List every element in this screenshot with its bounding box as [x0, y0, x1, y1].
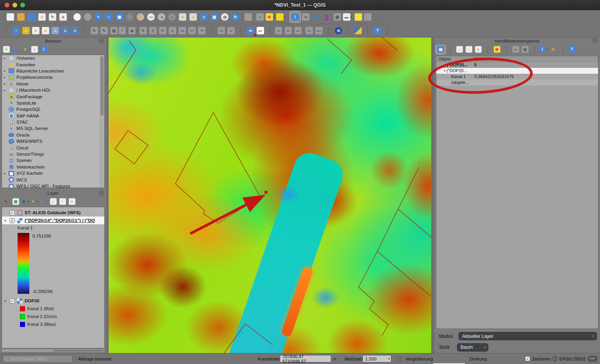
open-layer-styling-icon[interactable]: ✎ — [2, 197, 11, 206]
new-print-layout-icon[interactable]: ★ — [37, 12, 47, 22]
copy-features-icon[interactable]: ▱ — [168, 26, 177, 36]
identify-mode-icon[interactable]: i — [539, 45, 548, 54]
crs-globe-icon[interactable] — [552, 356, 557, 361]
form-view-icon[interactable]: ▤ — [436, 45, 445, 54]
modus-select[interactable]: Aktueller Layer ▾ — [459, 332, 597, 340]
undo-icon[interactable]: ↩ — [187, 26, 197, 36]
identify-features-icon[interactable]: i — [290, 12, 300, 22]
browser-item[interactable]: ❏ STAC — [2, 119, 104, 125]
manage-visibility-icon[interactable]: ◉ — [20, 197, 30, 206]
style-manager-icon[interactable]: a — [58, 12, 68, 22]
help-contents-icon[interactable]: ? — [373, 26, 382, 36]
browser-item[interactable]: ◆ GeoPackage — [2, 93, 104, 99]
select-features-by-value-icon[interactable]: ε — [255, 12, 265, 22]
delete-selected-icon[interactable]: ▯ — [148, 26, 158, 36]
collapse-all-icon[interactable]: ↑ — [58, 197, 67, 206]
result-row[interactable]: ▾ ("DOP20... — [436, 68, 598, 74]
browser-scrollbar[interactable] — [100, 55, 104, 187]
browser-item[interactable]: Räumliche Lesezeichen — [2, 68, 104, 74]
zoom-last-icon[interactable]: ◂ — [156, 12, 167, 22]
new-geopackage-layer-icon[interactable]: ★ — [21, 26, 31, 36]
layer-item-ndvi[interactable]: ▾ ("DOP20@4"-"DOP20@1") / ("DO — [2, 217, 104, 224]
move-label-icon[interactable]: abc — [285, 26, 295, 36]
save-edits-icon[interactable]: ▤ — [109, 26, 119, 36]
massstab-select[interactable]: 1:200 — [362, 355, 391, 362]
pin-labels-icon[interactable]: ab — [246, 26, 255, 36]
zoom-full-extent-icon[interactable]: ▣ — [114, 12, 125, 22]
run-feature-action-icon[interactable]: ∗ — [300, 12, 311, 22]
deselect-features-icon[interactable]: ⊘ — [265, 12, 276, 22]
metasearch-icon[interactable]: ⊕ — [334, 26, 343, 36]
close-browser-panel-icon[interactable]: ✕ — [99, 39, 104, 43]
statistical-summary-icon[interactable]: ∑ — [321, 12, 332, 22]
search-input[interactable]: Suchmuster (⌘K) — [2, 355, 73, 363]
pan-to-selection-icon[interactable] — [82, 12, 93, 22]
lock-scale-icon[interactable] — [397, 358, 402, 362]
identify-help-icon[interactable]: ? — [567, 45, 577, 54]
browser-item[interactable]: ⌂ Home — [2, 81, 104, 87]
map-tips-icon[interactable] — [353, 12, 364, 22]
browser-item[interactable]: ★ Favoriten — [2, 61, 104, 67]
close-layer-panel-icon[interactable]: ✕ — [99, 191, 104, 195]
collapse-tree-icon[interactable]: ↑ — [464, 45, 473, 54]
filter-legend-icon[interactable]: ▼ — [30, 197, 39, 206]
vertex-tool-icon[interactable]: ◆ — [129, 26, 138, 36]
filter-browser-icon[interactable]: ▼ — [20, 45, 30, 54]
layer-checkbox[interactable] — [10, 218, 15, 223]
vergroesserung-stepper[interactable]: 100% — [433, 362, 466, 364]
collapse-browser-icon[interactable]: ↕ — [30, 45, 39, 54]
refresh-map-icon[interactable]: ↻ — [230, 12, 241, 22]
minimize-window-icon[interactable] — [12, 3, 17, 7]
browser-item[interactable]: ◔ WMS/WMTS — [2, 138, 104, 144]
layer-labeling-options-icon[interactable]: ab — [226, 26, 236, 36]
browser-item[interactable]: Oracle — [2, 132, 104, 138]
remove-layer-icon[interactable]: − — [67, 197, 77, 206]
add-group-icon[interactable]: ▣ — [11, 197, 20, 206]
redo-icon[interactable]: ↪ — [197, 26, 207, 36]
new-spatial-bookmark-icon[interactable]: ★ — [198, 12, 209, 22]
label-toolbar-icon[interactable]: abc — [216, 26, 226, 36]
current-edits-icon[interactable]: ✎ — [89, 26, 99, 36]
new-project-icon[interactable] — [5, 12, 16, 22]
browser-item[interactable]: (o) SensorThings — [2, 151, 104, 157]
expand-all-icon[interactable]: ↓ — [48, 197, 58, 206]
highlight-pinned-labels-icon[interactable]: abc — [255, 26, 265, 36]
new-annotation-icon[interactable] — [364, 12, 374, 22]
measure-icon[interactable]: ▬ — [343, 12, 353, 22]
browser-item[interactable]: Projektverzeichnis — [2, 74, 104, 80]
layer-list-hscrollbar-thumb[interactable] — [53, 350, 104, 352]
browser-item[interactable]: ▦ XYZ-Kacheln — [2, 170, 104, 176]
layer-item-dop20[interactable]: ▾ DOP20 — [2, 297, 104, 305]
attribute-table-icon[interactable]: ▦ — [332, 12, 343, 22]
new-3d-map-view-icon[interactable]: ★ — [188, 12, 198, 22]
data-source-manager-icon[interactable]: + — [11, 26, 21, 36]
browser-item[interactable]: ◉ WFS / OGC API - Features — [2, 183, 104, 188]
column-objekt[interactable]: Objekt — [436, 56, 472, 62]
pan-map-icon[interactable] — [72, 12, 82, 22]
select-by-rectangle-icon[interactable] — [276, 12, 286, 22]
identify-settings-icon[interactable]: ✶ — [548, 45, 558, 54]
cut-features-icon[interactable]: ✂ — [158, 26, 168, 36]
toggle-editing-icon[interactable]: ✎ — [99, 26, 109, 36]
result-row[interactable]: · (abgele... — [436, 80, 598, 85]
layout-manager-icon[interactable]: ✎ — [47, 12, 58, 22]
browser-item[interactable]: ▦ SAP HANA — [2, 113, 104, 119]
table-header[interactable]: Objekt Wert — [436, 56, 598, 62]
layer-list-hscrollbar[interactable] — [2, 349, 105, 352]
browser-item[interactable]: ☁ Cloud — [2, 144, 104, 151]
browser-item[interactable]: ⊕ WCS — [2, 176, 104, 183]
zoom-to-layer-icon[interactable]: ▤ — [135, 12, 146, 22]
new-virtual-layer-icon[interactable]: ★ — [60, 26, 70, 36]
zeichnen-checkbox[interactable] — [525, 356, 530, 361]
refresh-browser-icon[interactable]: ↻ — [11, 45, 20, 54]
browser-item[interactable]: ✎ SpatiaLite — [2, 100, 104, 106]
browser-scrollbar-thumb[interactable] — [101, 56, 104, 115]
browser-item[interactable]: PostgreSQL — [2, 106, 104, 112]
browser-properties-icon[interactable]: i — [39, 45, 48, 54]
zoom-to-selection-icon[interactable]: + — [125, 12, 135, 22]
close-identify-panel-icon[interactable]: ✕ — [593, 39, 597, 43]
show-hide-labels-icon[interactable]: ab — [275, 26, 285, 36]
crs-label[interactable]: EPSG:25832 — [559, 357, 586, 361]
zoom-in-icon[interactable]: + — [93, 12, 104, 22]
layer-checkbox[interactable] — [10, 210, 15, 215]
